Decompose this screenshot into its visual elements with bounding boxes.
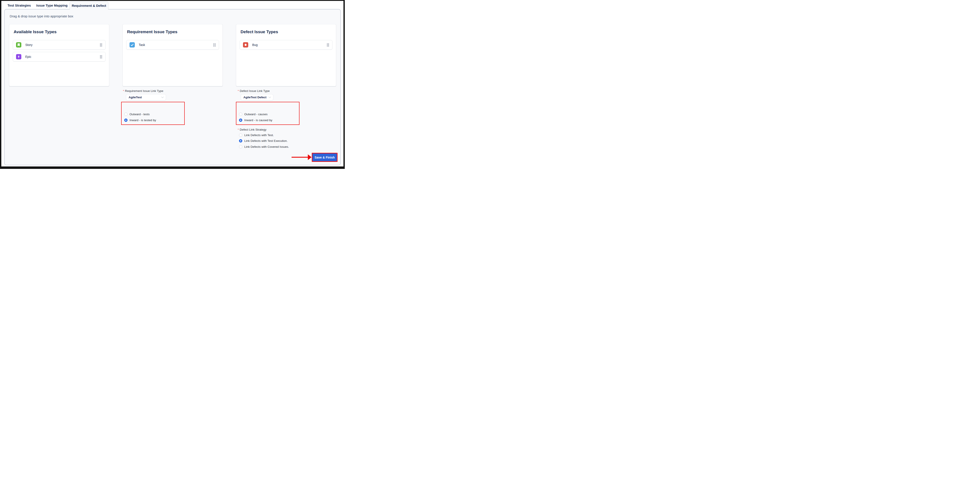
issue-label: Bug — [252, 43, 258, 47]
required-asterisk: * — [238, 89, 239, 92]
radio-link-defects-with-test-execution[interactable]: Link Defects with Test Execution. — [239, 139, 288, 143]
requirement-link-type-label: * Requirement Issue Link Type — [123, 89, 163, 92]
annotation-arrow-line — [291, 157, 308, 158]
required-asterisk: * — [123, 89, 124, 92]
select-value: AgileTest Defect — [243, 95, 266, 99]
defect-link-type-select[interactable]: AgileTest Defect — [241, 94, 273, 100]
tab-test-strategies[interactable]: Test Strategies — [8, 1, 31, 10]
board-available-issue-types: Available Issue Types Story Epic — [9, 24, 109, 86]
tab-requirement-and-defect[interactable]: Requirement & Defect — [70, 1, 108, 10]
label-text: Defect Link Strategy — [240, 128, 266, 131]
defect-link-type-label: * Defect Issue Link Type — [238, 89, 270, 92]
issue-item-bug[interactable]: Bug — [240, 40, 332, 50]
annotation-box-save-button: Save & Finish — [312, 153, 337, 162]
radio-link-defects-with-test[interactable]: Link Defects with Test. — [239, 134, 274, 137]
drag-handle-icon[interactable] — [100, 55, 102, 59]
requirement-link-type-select[interactable]: AgileTest — [126, 94, 166, 100]
issue-list: Bug — [240, 40, 332, 50]
issue-type-boards: Available Issue Types Story Epic — [9, 24, 336, 86]
epic-icon — [16, 54, 21, 59]
issue-list: Task — [126, 40, 219, 50]
drag-handle-icon[interactable] — [327, 43, 329, 47]
drag-handle-icon[interactable] — [100, 43, 102, 47]
save-and-finish-button[interactable]: Save & Finish — [312, 154, 337, 161]
radio-circle — [239, 134, 242, 137]
select-value: AgileTest — [129, 95, 142, 99]
required-asterisk: * — [238, 128, 239, 131]
issue-label: Story — [25, 43, 33, 47]
chevron-down-icon — [269, 95, 271, 98]
story-icon — [16, 42, 21, 48]
issue-item-story[interactable]: Story — [13, 40, 105, 50]
board-title: Available Issue Types — [14, 29, 105, 34]
label-text: Requirement Issue Link Type — [125, 89, 163, 92]
annotation-box-defect-direction — [236, 102, 299, 125]
radio-circle — [239, 145, 242, 148]
board-requirement-issue-types: Requirement Issue Types Task — [123, 24, 223, 86]
label-text: Defect Issue Link Type — [240, 89, 270, 92]
board-title: Defect Issue Types — [240, 29, 332, 34]
chevron-down-icon — [161, 95, 164, 98]
radio-link-defects-with-covered-issues[interactable]: Link Defects with Covered Issues. — [239, 145, 289, 148]
annotation-box-requirement-direction — [121, 102, 185, 125]
issue-item-epic[interactable]: Epic — [13, 52, 105, 62]
bug-icon — [243, 42, 248, 48]
instruction-text: Drag & drop issue type into appropriate … — [10, 14, 73, 18]
issue-label: Epic — [25, 55, 31, 59]
drag-handle-icon[interactable] — [213, 43, 216, 47]
radio-label: Link Defects with Covered Issues. — [244, 145, 289, 148]
board-title: Requirement Issue Types — [127, 29, 219, 34]
issue-item-task[interactable]: Task — [126, 40, 219, 50]
radio-circle — [239, 139, 242, 143]
task-icon — [129, 42, 135, 48]
issue-list: Story Epic — [13, 40, 105, 62]
radio-label: Link Defects with Test Execution. — [244, 139, 288, 143]
board-defect-issue-types: Defect Issue Types Bug — [236, 24, 336, 86]
issue-label: Task — [139, 43, 145, 47]
screenshot-frame: Test Strategies Issue Type Mapping Requi… — [0, 0, 345, 169]
defect-link-strategy-label: * Defect Link Strategy — [238, 128, 266, 131]
tab-issue-type-mapping[interactable]: Issue Type Mapping — [36, 1, 67, 10]
annotation-arrow-head — [308, 154, 312, 160]
radio-label: Link Defects with Test. — [244, 134, 274, 137]
